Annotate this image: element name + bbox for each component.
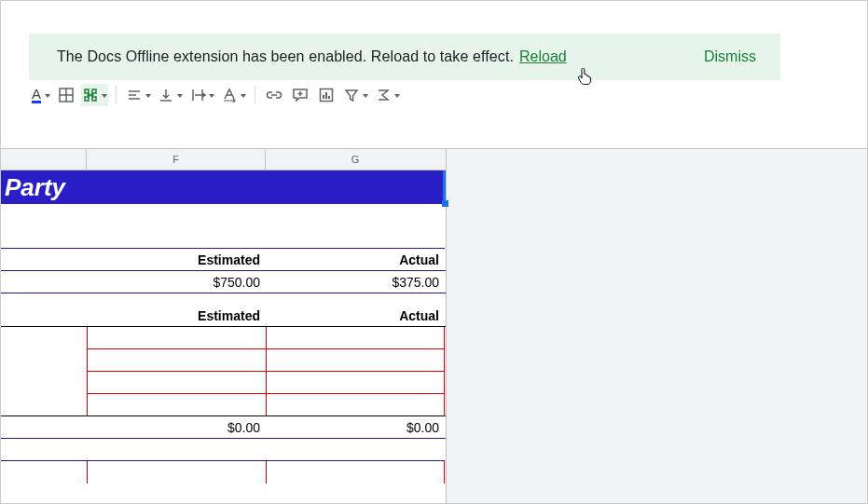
svg-rect-13 bbox=[325, 92, 327, 99]
column-header-e[interactable] bbox=[1, 149, 87, 170]
empty-sheet-area bbox=[446, 148, 867, 503]
header-row-2: Estimated Actual bbox=[1, 305, 446, 327]
header-row-1: Estimated Actual bbox=[1, 249, 446, 271]
banner-message: The Docs Offline extension has been enab… bbox=[57, 48, 514, 65]
text-wrap-button[interactable] bbox=[187, 84, 215, 106]
empty-row bbox=[1, 327, 446, 349]
insert-chart-button[interactable] bbox=[315, 84, 338, 106]
selection-handle[interactable] bbox=[442, 200, 448, 207]
insert-comment-button[interactable] bbox=[289, 84, 311, 106]
col-header-estimated[interactable]: Estimated bbox=[87, 249, 266, 271]
col-header-actual-2[interactable]: Actual bbox=[266, 305, 445, 327]
merge-cells-button[interactable] bbox=[81, 84, 108, 106]
title-cell[interactable]: Party bbox=[1, 170, 446, 204]
filter-button[interactable] bbox=[341, 84, 369, 106]
reload-link[interactable]: Reload bbox=[519, 48, 567, 65]
vertical-align-button[interactable] bbox=[156, 84, 184, 106]
format-toolbar: A bbox=[1, 83, 867, 107]
cell-estimated-1[interactable]: $750.00 bbox=[87, 271, 266, 293]
cell-actual-1[interactable]: $375.00 bbox=[266, 271, 445, 293]
totals-row: $0.00 $0.00 bbox=[1, 416, 446, 439]
text-rotation-button[interactable] bbox=[219, 84, 247, 106]
text-color-glyph: A bbox=[32, 88, 41, 103]
spreadsheet-grid[interactable]: F G Party Estimated Actual $750.00 $375.… bbox=[1, 148, 446, 489]
dismiss-button[interactable]: Dismiss bbox=[704, 48, 762, 65]
col-header-estimated-2[interactable]: Estimated bbox=[87, 305, 266, 327]
col-header-actual[interactable]: Actual bbox=[266, 249, 445, 271]
title-text: Party bbox=[5, 173, 65, 202]
horizontal-align-button[interactable] bbox=[124, 84, 152, 106]
column-header-g[interactable]: G bbox=[266, 149, 445, 170]
footer-row bbox=[1, 461, 446, 489]
svg-rect-14 bbox=[328, 96, 330, 99]
borders-button[interactable] bbox=[55, 84, 77, 106]
offline-notification-banner: The Docs Offline extension has been enab… bbox=[29, 34, 780, 80]
insert-link-button[interactable] bbox=[263, 84, 285, 106]
svg-rect-12 bbox=[323, 95, 324, 99]
text-color-button[interactable]: A bbox=[29, 84, 51, 106]
empty-row bbox=[1, 372, 446, 394]
cell-total-estimated[interactable]: $0.00 bbox=[87, 416, 266, 439]
toolbar-separator bbox=[255, 86, 255, 104]
empty-row bbox=[1, 349, 446, 372]
functions-button[interactable] bbox=[373, 84, 401, 106]
data-row-1: $750.00 $375.00 bbox=[1, 271, 446, 293]
empty-row bbox=[1, 394, 446, 416]
column-header-f[interactable]: F bbox=[87, 149, 266, 170]
cell-total-actual[interactable]: $0.00 bbox=[266, 416, 445, 439]
toolbar-separator bbox=[116, 86, 117, 104]
column-headers: F G bbox=[1, 148, 446, 170]
